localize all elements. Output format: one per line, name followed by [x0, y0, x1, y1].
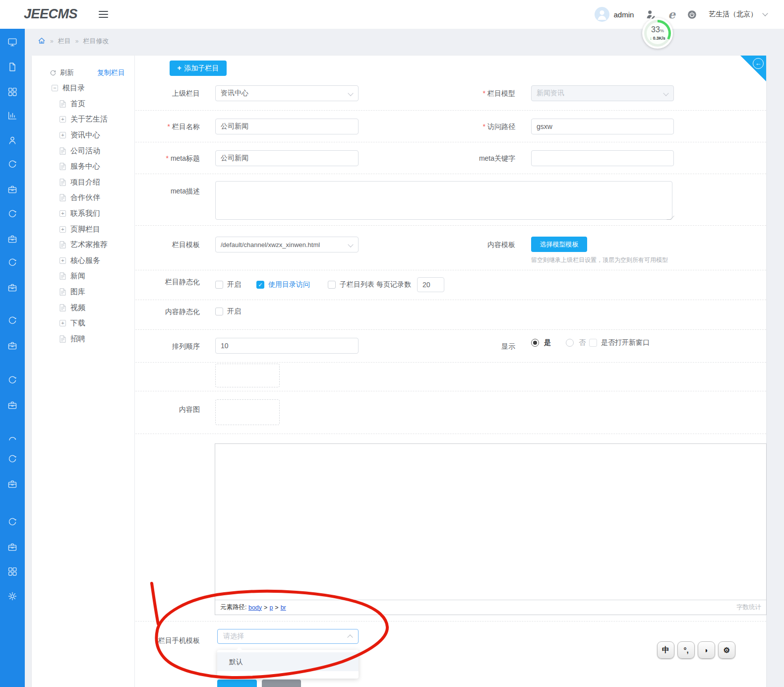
open-new-window-checkbox[interactable]: [589, 339, 597, 347]
meta-keywords-input[interactable]: [531, 150, 674, 166]
parent-channel-select[interactable]: 资讯中心: [215, 85, 359, 101]
add-child-channel-button[interactable]: 添加子栏目: [170, 61, 227, 76]
username-label: admin: [614, 10, 634, 19]
dropdown-option-default[interactable]: 默认: [217, 652, 359, 671]
box-icon[interactable]: [7, 400, 18, 411]
editor-body[interactable]: [215, 444, 766, 600]
meta-description-textarea[interactable]: [215, 181, 672, 220]
expand-icon[interactable]: [60, 210, 66, 217]
breadcrumb-item[interactable]: 栏目: [58, 37, 71, 46]
box-icon[interactable]: [7, 542, 18, 553]
sub-list-checkbox[interactable]: [328, 281, 336, 289]
tree-item[interactable]: 招聘: [32, 331, 134, 347]
user-avatar[interactable]: [595, 7, 609, 22]
tree-item[interactable]: 项目介绍: [32, 175, 134, 190]
box-icon[interactable]: [7, 234, 18, 245]
tree-item[interactable]: 首页: [32, 96, 134, 112]
copy-channel-link[interactable]: 复制栏目: [97, 68, 125, 77]
content-image-upload[interactable]: [215, 399, 280, 425]
expand-icon[interactable]: [60, 257, 66, 264]
tree-item[interactable]: 图库: [32, 284, 134, 300]
dir-access-checkbox[interactable]: [256, 281, 264, 289]
ime-settings-button[interactable]: ⚙: [718, 641, 735, 659]
monitor-icon[interactable]: [7, 37, 18, 48]
tree-item-label: 关于艺生活: [70, 115, 108, 124]
mobile-template-select[interactable]: 请选择: [217, 629, 359, 644]
breadcrumb-separator: »: [50, 38, 54, 45]
channel-image-upload[interactable]: [215, 364, 280, 387]
channel-static-open-checkbox[interactable]: [215, 281, 223, 289]
file-icon[interactable]: [7, 62, 18, 72]
word-count-link[interactable]: 字数统计: [736, 603, 761, 612]
gear-icon[interactable]: [7, 591, 18, 602]
chart-icon[interactable]: [7, 110, 18, 121]
sync-icon[interactable]: [7, 159, 18, 170]
tree-item[interactable]: 新闻: [32, 268, 134, 284]
ime-fullwidth-button[interactable]: ◗: [698, 641, 715, 659]
meta-title-input[interactable]: [215, 150, 359, 166]
channel-name-label: 栏目名称: [135, 123, 200, 131]
back-button[interactable]: [262, 680, 301, 687]
template-hint-text: 留空则继承上级栏目设置，顶层为空则所有可用模型: [531, 256, 668, 264]
tree-item[interactable]: 服务中心: [32, 159, 134, 175]
tree-item[interactable]: 根目录: [32, 80, 134, 96]
display-no-radio[interactable]: [566, 339, 574, 347]
channel-name-input[interactable]: [215, 119, 359, 134]
tree-item[interactable]: 合作伙伴: [32, 190, 134, 206]
box-icon[interactable]: [7, 184, 18, 195]
user-icon[interactable]: [7, 135, 18, 146]
tree-item[interactable]: 页脚栏目: [32, 221, 134, 237]
per-page-input[interactable]: [417, 277, 444, 292]
sync-icon[interactable]: [7, 517, 18, 528]
choose-model-template-button[interactable]: 选择模型模板: [531, 237, 587, 252]
element-path-link[interactable]: p: [269, 604, 273, 611]
mobile-template-dropdown: 默认: [217, 650, 359, 679]
chevron-down-icon[interactable]: [762, 10, 768, 16]
tree-item[interactable]: 艺术家推荐: [32, 237, 134, 253]
box-icon[interactable]: [7, 340, 18, 351]
sync-icon[interactable]: [7, 209, 18, 220]
grid-icon[interactable]: [7, 86, 18, 97]
sync-icon[interactable]: [7, 375, 18, 386]
element-path-link[interactable]: body: [248, 604, 262, 611]
element-path-links: body>p>br: [248, 604, 286, 611]
arc-icon[interactable]: [7, 433, 18, 444]
collapse-icon[interactable]: [52, 85, 58, 91]
display-yes-radio[interactable]: [531, 339, 539, 347]
tree-item-label: 视频: [70, 303, 85, 312]
collapse-arrow-icon[interactable]: ←: [753, 58, 764, 69]
power-icon[interactable]: [687, 9, 697, 20]
expand-icon[interactable]: [60, 132, 66, 138]
access-path-input[interactable]: [531, 119, 674, 134]
tree-item[interactable]: 资讯中心: [32, 127, 134, 143]
browser-ie-icon[interactable]: e: [668, 9, 675, 20]
tree-item[interactable]: 关于艺生活: [32, 112, 134, 127]
element-path-link[interactable]: br: [281, 604, 286, 611]
content-static-open-checkbox[interactable]: [215, 308, 223, 315]
sync-icon[interactable]: [7, 315, 18, 326]
tree-item[interactable]: 公司活动: [32, 143, 134, 159]
download-progress-badge[interactable]: 33% ↓ 0.3K/s: [642, 18, 673, 49]
sort-order-input[interactable]: [215, 338, 359, 354]
box-icon[interactable]: [7, 479, 18, 490]
home-icon[interactable]: [38, 37, 46, 46]
ime-punctuation-button[interactable]: °,: [677, 641, 695, 659]
expand-icon[interactable]: [60, 116, 66, 123]
box-icon[interactable]: [7, 282, 18, 293]
refresh-button[interactable]: 刷新: [50, 68, 74, 77]
sync-icon[interactable]: [7, 257, 18, 268]
breadcrumb-item: 栏目修改: [83, 37, 109, 46]
submit-button[interactable]: [217, 680, 257, 687]
site-selector[interactable]: 艺生活（北京）: [709, 10, 757, 19]
tree-item[interactable]: 核心服务: [32, 253, 134, 269]
tree-item[interactable]: 视频: [32, 300, 134, 315]
ime-chinese-button[interactable]: 中: [657, 641, 674, 659]
channel-template-select[interactable]: /default/channel/xwzx_xinwen.html: [215, 237, 359, 252]
grid-icon[interactable]: [7, 566, 18, 577]
tree-item[interactable]: 下载: [32, 315, 134, 331]
tree-item[interactable]: 联系我们: [32, 206, 134, 222]
sync-icon[interactable]: [7, 454, 18, 465]
menu-toggle-icon[interactable]: [99, 11, 108, 20]
expand-icon[interactable]: [60, 320, 66, 326]
expand-icon[interactable]: [60, 226, 66, 233]
